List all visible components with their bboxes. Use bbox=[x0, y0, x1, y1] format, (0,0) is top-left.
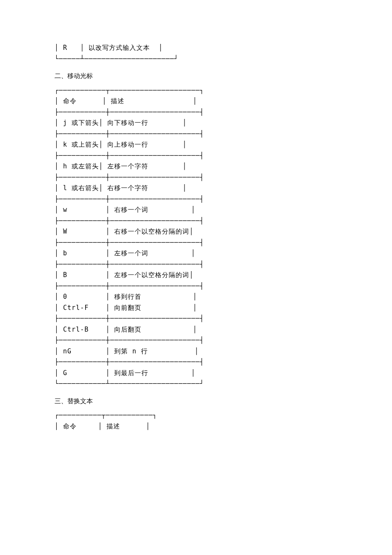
table-3-fragment: ┌──────────┬───────────┐ │ 命令 │ 描述 │ bbox=[55, 410, 337, 432]
table-1-fragment: │ R │ 以改写方式输入文本 │ └─────┴───────────────… bbox=[55, 43, 337, 64]
section-2-heading: 二、移动光标 bbox=[55, 71, 337, 81]
table-2: ┌───────────┬─────────────────────┐ │ 命令… bbox=[55, 85, 337, 390]
section-3-heading: 三、替换文本 bbox=[55, 396, 337, 406]
page-content: │ R │ 以改写方式输入文本 │ └─────┴───────────────… bbox=[0, 0, 392, 432]
